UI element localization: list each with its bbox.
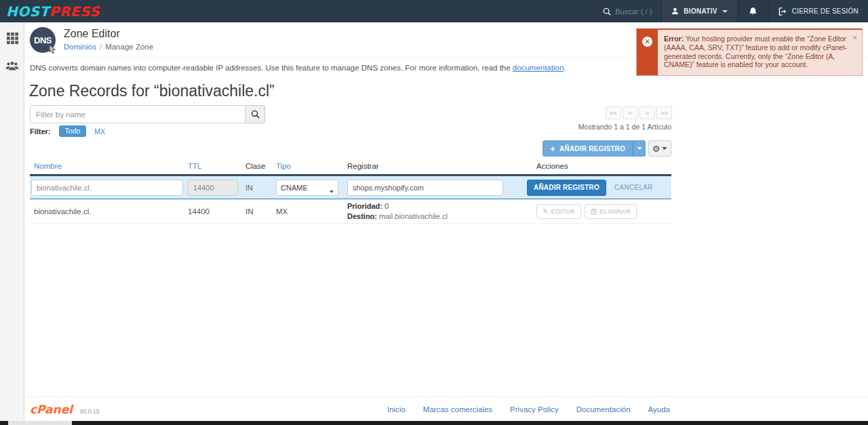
- pagination-prev-button[interactable]: <: [623, 106, 638, 119]
- error-circle-icon: ✕: [642, 37, 652, 47]
- grid-icon: [7, 33, 18, 44]
- cpanel-logo[interactable]: cPanel: [30, 403, 73, 416]
- taskbar-light-segment: [8, 421, 72, 425]
- header-acciones: Acciones: [536, 162, 671, 170]
- submit-add-record-button[interactable]: AÑADIR REGISTRO: [527, 180, 606, 196]
- add-record-label: AÑADIR REGISTRO: [559, 145, 625, 153]
- filter-row: Filter: Todo MX: [30, 125, 105, 137]
- priority-value: 0: [382, 202, 389, 210]
- logout-icon: [778, 7, 787, 16]
- new-record-edit-row: IN CNAME AÑADIR REGISTRO CANCELAR: [30, 176, 671, 199]
- record-ttl-input[interactable]: [188, 180, 238, 196]
- settings-dropdown-button[interactable]: ⚙: [648, 140, 671, 157]
- row-name: bionativachile.cl.: [30, 207, 188, 216]
- zone-editor-screen: HOSTPRESS Buscar ( / ) BIONATIV CIERRE D…: [0, 0, 868, 425]
- user-icon: [671, 7, 679, 15]
- row-destination: Destino: mail.bionativachile.cl: [347, 211, 536, 222]
- footer-link-privacy[interactable]: Privacy Policy: [510, 405, 559, 413]
- plus-icon: [550, 144, 555, 154]
- row-type: MX: [276, 207, 347, 216]
- edit-label: EDITAR: [551, 207, 575, 215]
- logout-button[interactable]: CIERRE DE SESIÓN: [769, 0, 868, 22]
- pencil-icon: ✎: [542, 207, 549, 215]
- filter-label: Filter:: [30, 127, 51, 136]
- delete-label: ELIMINAR: [599, 207, 631, 215]
- dns-description-text: DNS converts domain names into computer-…: [30, 64, 513, 72]
- filter-search-button[interactable]: [245, 105, 265, 123]
- table-row: bionativachile.cl. 14400 IN MX Prioridad…: [30, 199, 671, 224]
- record-name-input[interactable]: [31, 180, 183, 196]
- breadcrumb-current: Manage Zone: [105, 43, 153, 51]
- edit-record-button[interactable]: ✎ EDITAR: [536, 204, 581, 219]
- zone-records-table: Nombre TTL Clase Tipo Registrar Acciones…: [30, 162, 671, 224]
- footer-links: Inicio Marcas comerciales Privacy Policy…: [387, 405, 670, 413]
- search-placeholder: Buscar ( / ): [616, 7, 652, 16]
- notifications-button[interactable]: [738, 0, 769, 22]
- logout-label: CIERRE DE SESIÓN: [792, 7, 859, 15]
- filter-mx-button[interactable]: MX: [94, 127, 105, 136]
- pagination-summary: Mostrando 1 a 1 de 1 Artículo: [24, 123, 671, 131]
- pagination: << < > >>: [606, 106, 672, 119]
- row-record-details: Prioridad: 0 Destino: mail.bionativachil…: [347, 201, 536, 222]
- dns-description: DNS converts domain names into computer-…: [30, 64, 566, 72]
- header-tipo[interactable]: Tipo: [276, 162, 347, 170]
- chevron-down-icon: [722, 10, 728, 13]
- row-priority: Prioridad: 0: [347, 201, 536, 211]
- record-type-select-wrap: CNAME: [276, 184, 338, 192]
- global-search[interactable]: Buscar ( / ): [593, 0, 662, 22]
- priority-label: Prioridad:: [347, 202, 382, 210]
- apps-grid-button[interactable]: [0, 26, 24, 49]
- zone-records-title: Zone Records for “bionativachile.cl”: [29, 82, 275, 100]
- add-record-button[interactable]: AÑADIR REGISTRO: [542, 140, 633, 157]
- record-type-select[interactable]: CNAME: [276, 180, 338, 196]
- filter-todo-button[interactable]: Todo: [59, 125, 87, 137]
- logo-press: PRESS: [50, 3, 100, 20]
- footer-link-documentacion[interactable]: Documentación: [576, 405, 631, 413]
- close-icon[interactable]: ×: [852, 33, 857, 43]
- chevron-down-icon: [637, 147, 642, 150]
- header-nombre[interactable]: Nombre: [30, 162, 188, 170]
- user-name: BIONATIV: [684, 7, 717, 15]
- filter-input-group: [30, 105, 265, 123]
- chevron-down-icon: [662, 147, 667, 150]
- main-content: DNS Zone Editor Dominios/Manage Zone ✕ E…: [24, 22, 868, 421]
- left-sidebar: [0, 22, 24, 421]
- cursor-icon: [48, 44, 58, 54]
- destination-label: Destino:: [347, 212, 377, 220]
- pagination-last-button[interactable]: >>: [656, 106, 672, 119]
- record-value-input[interactable]: [347, 180, 503, 196]
- header-ttl[interactable]: TTL: [188, 162, 245, 170]
- search-icon: [251, 110, 260, 119]
- alert-error-label: Error:: [664, 35, 684, 43]
- documentation-link[interactable]: documentation: [513, 64, 564, 72]
- user-menu[interactable]: BIONATIV: [661, 0, 737, 22]
- footer-link-inicio[interactable]: Inicio: [387, 405, 406, 413]
- page-footer: cPanel 90.0.15 Inicio Marcas comerciales…: [24, 397, 868, 421]
- pagination-first-button[interactable]: <<: [606, 106, 621, 119]
- header-clase: Clase: [245, 162, 276, 170]
- add-record-toolbar: AÑADIR REGISTRO ⚙: [24, 140, 671, 157]
- footer-link-marcas[interactable]: Marcas comerciales: [423, 405, 492, 413]
- cancel-button[interactable]: CANCELAR: [614, 184, 653, 191]
- cpanel-version: 90.0.15: [80, 408, 99, 415]
- bottom-taskbar-strip: [0, 421, 868, 425]
- header-registrar: Registrar: [347, 162, 536, 170]
- bell-icon: [749, 7, 757, 16]
- hostpress-logo[interactable]: HOSTPRESS: [6, 3, 100, 20]
- row-class: IN: [245, 207, 276, 216]
- add-record-dropdown-button[interactable]: [633, 140, 646, 157]
- users-group-button[interactable]: [0, 55, 24, 78]
- top-navbar: HOSTPRESS Buscar ( / ) BIONATIV CIERRE D…: [0, 0, 868, 22]
- alert-icon-column: ✕: [637, 30, 658, 75]
- breadcrumb: Dominios/Manage Zone: [64, 43, 153, 51]
- breadcrumb-domains-link[interactable]: Dominios: [64, 43, 96, 51]
- dns-feature-icon: DNS: [30, 27, 56, 53]
- topbar-right: Buscar ( / ) BIONATIV CIERRE DE SESIÓN: [593, 0, 868, 22]
- dns-description-period: .: [564, 64, 566, 72]
- pagination-next-button[interactable]: >: [639, 106, 655, 119]
- delete-record-button[interactable]: ELIMINAR: [585, 204, 637, 219]
- search-icon: [603, 7, 611, 16]
- filter-by-name-input[interactable]: [30, 105, 245, 123]
- error-alert: ✕ Error: Your hosting provider must enab…: [636, 28, 863, 76]
- footer-link-ayuda[interactable]: Ayuda: [648, 405, 670, 413]
